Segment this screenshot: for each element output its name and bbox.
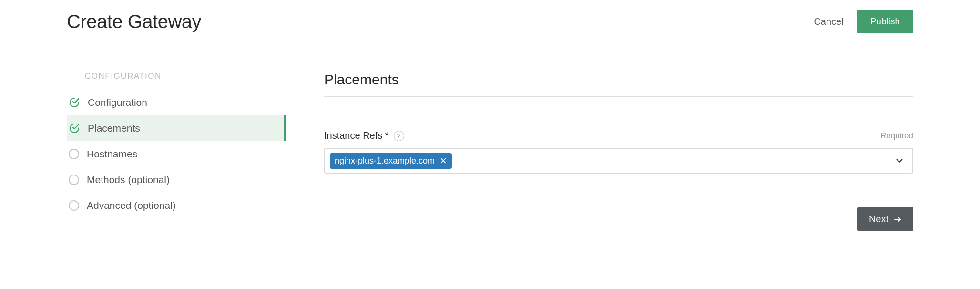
chip-remove-icon[interactable]: [439, 157, 447, 165]
step-label: Placements: [88, 123, 140, 134]
field-label-wrap: Instance Refs * ?: [324, 130, 404, 141]
field-header-row: Instance Refs * ? Required: [324, 130, 913, 141]
next-button[interactable]: Next: [858, 207, 913, 231]
step-hostnames[interactable]: Hostnames: [67, 141, 286, 167]
header-actions: Cancel Publish: [814, 10, 913, 33]
step-methods[interactable]: Methods (optional): [67, 167, 286, 193]
empty-circle-icon: [69, 175, 79, 185]
check-circle-icon: [69, 123, 80, 134]
section-title: Placements: [324, 72, 913, 97]
field-label: Instance Refs *: [324, 130, 389, 141]
help-icon[interactable]: ?: [394, 131, 404, 141]
publish-button[interactable]: Publish: [857, 10, 913, 33]
instance-refs-select[interactable]: nginx-plus-1.example.com: [324, 148, 913, 174]
step-configuration[interactable]: Configuration: [67, 90, 286, 115]
footer-actions: Next: [324, 207, 913, 231]
next-label: Next: [869, 214, 888, 225]
arrow-right-icon: [893, 215, 902, 224]
step-label: Configuration: [88, 97, 147, 108]
page-header: Create Gateway Cancel Publish: [67, 10, 913, 33]
step-label: Advanced (optional): [87, 200, 176, 211]
step-advanced[interactable]: Advanced (optional): [67, 193, 286, 218]
chevron-down-icon[interactable]: [894, 155, 905, 166]
steps-sidebar: CONFIGURATION Configuration Placements H…: [67, 72, 286, 231]
selected-chip: nginx-plus-1.example.com: [330, 153, 452, 169]
check-circle-icon: [69, 97, 80, 108]
step-label: Hostnames: [87, 148, 137, 160]
sidebar-heading: CONFIGURATION: [67, 72, 286, 90]
cancel-button[interactable]: Cancel: [814, 16, 843, 27]
required-indicator: Required: [880, 131, 913, 141]
empty-circle-icon: [69, 200, 79, 211]
empty-circle-icon: [69, 149, 79, 159]
step-label: Methods (optional): [87, 174, 170, 186]
chip-label: nginx-plus-1.example.com: [335, 156, 435, 166]
step-placements[interactable]: Placements: [67, 115, 286, 141]
page-title: Create Gateway: [67, 11, 201, 32]
main-panel: Placements Instance Refs * ? Required ng…: [324, 72, 913, 231]
content-area: CONFIGURATION Configuration Placements H…: [67, 72, 913, 231]
